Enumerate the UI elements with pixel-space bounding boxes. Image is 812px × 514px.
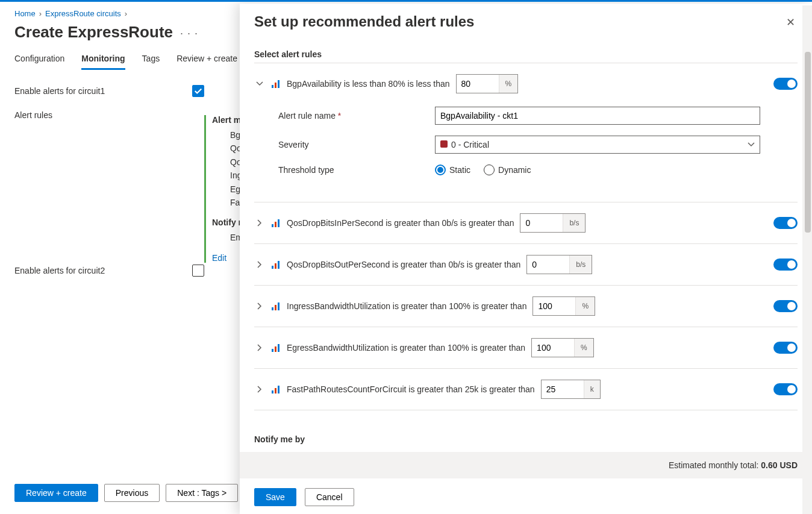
svg-rect-0: [272, 85, 273, 88]
severity-dot-icon: [440, 140, 448, 148]
threshold-unit: %: [575, 297, 595, 315]
rule-label: QosDropBitsInPerSecond is greater than 0…: [287, 218, 514, 228]
svg-rect-10: [275, 305, 276, 310]
chart-icon: [271, 343, 281, 353]
threshold-dynamic-radio[interactable]: Dynamic: [484, 165, 531, 175]
rule-row: EgressBandwidthUtilization is greater th…: [254, 331, 798, 365]
threshold-input[interactable]: b/s: [526, 255, 592, 274]
chart-icon: [271, 384, 281, 394]
rule-toggle[interactable]: [773, 217, 798, 229]
threshold-input[interactable]: %: [456, 74, 519, 93]
panel-title: Set up recommended alert rules: [254, 13, 474, 30]
threshold-value[interactable]: [542, 380, 584, 398]
chart-icon: [271, 301, 281, 311]
expand-icon[interactable]: [254, 218, 265, 228]
tab-configuration[interactable]: Configuration: [14, 54, 64, 70]
scrollbar-thumb[interactable]: [805, 52, 811, 233]
chevron-down-icon: [748, 141, 755, 148]
threshold-type-label: Threshold type: [278, 165, 435, 175]
svg-rect-13: [275, 346, 276, 352]
chart-icon: [271, 260, 281, 269]
rule-row: IngressBandwidthUtilization is greater t…: [254, 289, 798, 323]
next-button[interactable]: Next : Tags >: [166, 484, 238, 502]
tab-review[interactable]: Review + create: [176, 54, 237, 70]
svg-rect-7: [275, 263, 276, 269]
threshold-value[interactable]: [527, 255, 569, 274]
threshold-unit: b/s: [563, 214, 585, 232]
expand-icon[interactable]: [254, 384, 265, 395]
rule-toggle[interactable]: [773, 383, 798, 395]
threshold-input[interactable]: %: [532, 296, 595, 316]
threshold-unit: k: [584, 380, 600, 398]
chart-icon: [271, 218, 281, 228]
expand-icon[interactable]: [254, 301, 265, 312]
rule-toggle[interactable]: [773, 342, 798, 354]
collapse-icon[interactable]: [254, 78, 265, 89]
rule-row-bgp: BgpAvailability is less than 80% is less…: [254, 67, 798, 101]
tab-tags[interactable]: Tags: [142, 54, 160, 70]
rule-toggle[interactable]: [773, 78, 798, 90]
review-create-button[interactable]: Review + create: [14, 484, 98, 502]
breadcrumb-circuits[interactable]: ExpressRoute circuits: [45, 9, 121, 18]
svg-rect-16: [275, 388, 276, 393]
severity-select[interactable]: 0 - Critical: [435, 136, 760, 154]
svg-rect-5: [278, 219, 280, 227]
rule-toggle[interactable]: [773, 300, 798, 312]
rule-row: QosDropBitsOutPerSecond is greater than …: [254, 248, 798, 281]
threshold-value[interactable]: [532, 339, 574, 357]
svg-rect-6: [272, 266, 273, 269]
alert-rules-panel: Set up recommended alert rules ✕ Select …: [240, 4, 812, 514]
threshold-input[interactable]: k: [541, 380, 601, 399]
threshold-input[interactable]: %: [531, 338, 594, 357]
edit-link[interactable]: Edit: [212, 253, 226, 263]
alert-name-input[interactable]: [435, 107, 760, 125]
rule-label: EgressBandwidthUtilization is greater th…: [287, 343, 525, 353]
svg-rect-3: [272, 224, 273, 227]
svg-rect-12: [272, 349, 273, 352]
cancel-button[interactable]: Cancel: [305, 488, 354, 506]
svg-rect-8: [278, 261, 280, 269]
svg-rect-17: [278, 386, 280, 393]
chevron-right-icon: ›: [39, 9, 42, 18]
select-alert-rules-heading: Select alert rules: [254, 49, 798, 59]
more-icon[interactable]: · · ·: [180, 27, 198, 49]
threshold-unit: %: [499, 75, 518, 93]
svg-rect-1: [275, 83, 276, 88]
expand-icon[interactable]: [254, 342, 265, 353]
close-icon[interactable]: ✕: [784, 13, 798, 31]
svg-rect-14: [278, 344, 280, 352]
notify-heading: Notify me by: [254, 434, 798, 444]
enable-alerts-circuit2-checkbox[interactable]: [192, 265, 204, 277]
estimate-bar: Estimated monthly total: 0.60 USD: [240, 452, 812, 478]
svg-rect-4: [275, 222, 276, 227]
rule-row: FastPathRoutesCountForCircuit is greater…: [254, 372, 798, 406]
tab-monitoring[interactable]: Monitoring: [81, 54, 125, 70]
svg-rect-9: [272, 307, 273, 310]
enable-alerts-circuit1-label: Enable alerts for circuit1: [14, 86, 105, 96]
alert-name-label: Alert rule name: [278, 111, 336, 121]
enable-alerts-circuit1-checkbox[interactable]: [192, 85, 204, 97]
rule-label: QosDropBitsOutPerSecond is greater than …: [287, 260, 520, 269]
threshold-static-radio[interactable]: Static: [435, 165, 470, 175]
expand-icon[interactable]: [254, 259, 265, 270]
threshold-value[interactable]: [457, 75, 499, 93]
rule-toggle[interactable]: [773, 259, 798, 271]
threshold-input[interactable]: b/s: [520, 213, 586, 233]
rule-detail: Alert rule name * Severity 0 - Critical …: [254, 101, 798, 198]
threshold-unit: b/s: [569, 255, 592, 274]
chart-icon: [271, 79, 281, 89]
breadcrumb-home[interactable]: Home: [14, 9, 36, 18]
rule-row: QosDropBitsInPerSecond is greater than 0…: [254, 206, 798, 240]
previous-button[interactable]: Previous: [104, 484, 160, 502]
severity-label: Severity: [278, 140, 435, 149]
svg-rect-2: [278, 80, 280, 88]
alert-rules-label: Alert rules: [14, 110, 52, 120]
page-title: Create ExpressRoute: [14, 23, 173, 42]
save-button[interactable]: Save: [254, 488, 296, 506]
threshold-value[interactable]: [533, 297, 575, 315]
rule-label: FastPathRoutesCountForCircuit is greater…: [287, 384, 535, 394]
threshold-value[interactable]: [520, 214, 563, 232]
enable-alerts-circuit2-label: Enable alerts for circuit2: [14, 266, 105, 275]
chevron-right-icon: ›: [125, 9, 127, 18]
rule-label: BgpAvailability is less than 80% is less…: [287, 79, 450, 89]
